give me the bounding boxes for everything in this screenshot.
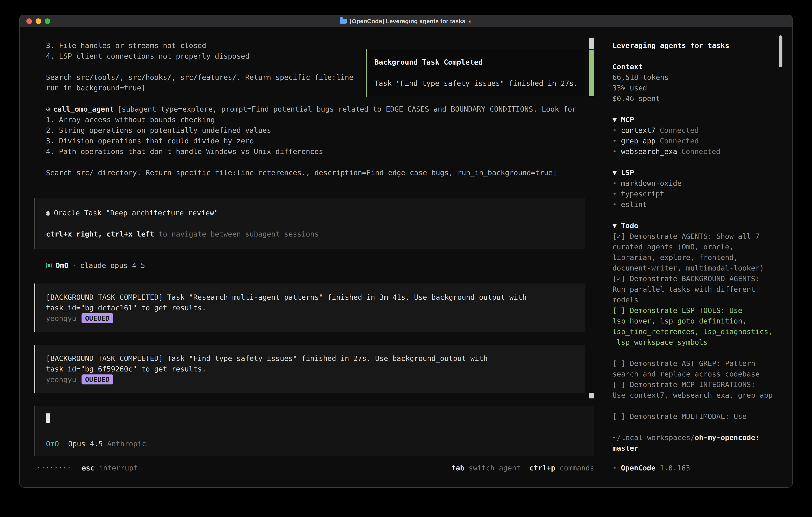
minimize-button[interactable] xyxy=(35,19,41,24)
separator-dot: · xyxy=(72,261,77,270)
context-tokens: 66,518 tokens xyxy=(612,72,792,83)
target-icon: ◉ xyxy=(46,209,50,217)
bullet-icon: • xyxy=(612,190,617,198)
ctrlp-key: ctrl+p xyxy=(529,463,555,473)
agent-header: OmO·claude-opus-4-5 xyxy=(46,260,605,271)
message-author: yeongyu xyxy=(46,314,76,323)
log-line: Search src/ directory. Return specific f… xyxy=(20,167,605,178)
input-agent-name: OmO xyxy=(46,440,59,448)
zoom-button[interactable] xyxy=(45,19,50,24)
oracle-task-title: ◉Oracle Task "Deep architecture review" xyxy=(46,208,581,218)
sidebar: Leveraging agents for tasks Context 66,5… xyxy=(605,27,792,487)
queued-badge: QUEUED xyxy=(82,313,113,323)
mcp-item: •context7Connected xyxy=(612,125,792,136)
bullet-icon: • xyxy=(612,147,617,156)
spinner-dots: ········ xyxy=(36,463,71,473)
bullet-icon: • xyxy=(612,126,617,134)
commands-label: commands xyxy=(560,463,594,473)
message-footer: yeongyuQUEUED xyxy=(46,374,581,385)
model-row: OmOOpus 4.5Anthropic xyxy=(46,438,590,449)
bullet-icon: • xyxy=(612,200,617,209)
workspace-path: ~/local-workspaces/oh-my-opencode: xyxy=(612,432,792,443)
main-scrollbar-highlight xyxy=(589,50,594,97)
spacer xyxy=(46,218,581,229)
message-footer: yeongyuQUEUED xyxy=(46,313,581,324)
input-model-name: Opus 4.5 xyxy=(68,440,103,448)
spacer xyxy=(612,401,792,411)
tool-name: call_omo_agent xyxy=(53,105,114,113)
sidebar-scrollbar-thumb[interactable] xyxy=(779,35,782,67)
context-used: 33% used xyxy=(612,83,792,93)
bullet-icon: • xyxy=(612,179,617,187)
spacer xyxy=(612,210,792,220)
gear-icon: ⚙ xyxy=(46,105,50,113)
todo-item-active: [ ] Demonstrate LSP TOOLS: Use lsp_hover… xyxy=(612,305,776,348)
spacer xyxy=(20,157,605,167)
message-author: yeongyu xyxy=(46,376,76,384)
spacer xyxy=(612,421,792,432)
mcp-section-heading[interactable]: ▼ MCP xyxy=(612,114,792,125)
log-line: 4. Path operations that don't handle Win… xyxy=(20,146,605,157)
mcp-item: •grep_appConnected xyxy=(612,136,792,146)
text-cursor xyxy=(46,413,50,423)
shortcut-hint: ctrl+x right, ctrl+x left to navigate be… xyxy=(46,229,581,239)
main-scrollbar-thumb[interactable] xyxy=(589,393,594,399)
notification-body: Task "Find type safety issues" finished … xyxy=(374,78,581,88)
todo-item-done: [✓] Demonstrate BACKGROUND AGENTS: Run p… xyxy=(612,273,776,305)
agent-name: OmO xyxy=(56,261,68,270)
lsp-item: •typescript xyxy=(612,189,792,199)
shortcut-keys: ctrl+x right, ctrl+x left xyxy=(46,230,154,238)
tool-call-line: ⚙call_omo_agent[subagent_type=explore, p… xyxy=(20,104,605,114)
app-name: OpenCode xyxy=(621,464,656,472)
content-area: 3. File handles or streams not closed 4.… xyxy=(20,27,792,487)
bullet-icon: • xyxy=(612,464,617,472)
todo-section-heading[interactable]: ▼ Todo xyxy=(612,220,792,231)
spacer xyxy=(612,51,792,61)
todo-item-pending: [ ] Demonstrate MULTIMODAL: Use xyxy=(612,411,776,421)
tab-key: tab xyxy=(452,463,464,473)
window-title: [OpenCode] Leveraging agents for tasks xyxy=(350,18,465,25)
spacer xyxy=(612,348,792,358)
prompt-input[interactable]: OmOOpus 4.5Anthropic xyxy=(34,406,594,456)
status-bar: ········ esc interrupt tab switch agent … xyxy=(20,463,605,473)
lsp-item: •markdown-oxide xyxy=(612,178,792,189)
app-version: 1.0.163 xyxy=(660,464,690,472)
sidebar-footer: •OpenCode1.0.163 xyxy=(612,463,792,473)
half-circle-icon: ◐ xyxy=(468,18,472,25)
agent-checkbox-icon xyxy=(46,263,52,268)
context-heading: Context xyxy=(612,61,792,72)
message-line: task_id="bg_6f59260c" to get results. xyxy=(46,364,581,374)
status-shortcuts: tab switch agent ctrl+p commands xyxy=(452,463,594,473)
notification-toast: Background Task Completed Task "Find typ… xyxy=(366,49,585,97)
switch-agent-label: switch agent xyxy=(468,463,521,473)
message-card: [BACKGROUND TASK COMPLETED] Task "Find t… xyxy=(34,345,585,393)
message-line: task_id="bg_dcfac161" to get results. xyxy=(46,302,581,313)
context-spent: $0.46 spent xyxy=(612,93,792,104)
oracle-task-panel: ◉Oracle Task "Deep architecture review" … xyxy=(34,198,585,249)
cursor-row xyxy=(46,413,590,424)
todo-item-pending: [ ] Demonstrate MCP INTEGRATIONS: Use co… xyxy=(612,379,776,401)
interrupt-label: interrupt xyxy=(99,463,138,473)
agent-model: claude-opus-4-5 xyxy=(80,261,145,270)
shortcut-description: to navigate between subagent sessions xyxy=(154,230,319,238)
close-button[interactable] xyxy=(26,19,32,24)
todo-item-pending: [ ] Demonstrate AST-GREP: Pattern search… xyxy=(612,358,776,379)
spacer xyxy=(612,104,792,114)
main-pane: 3. File handles or streams not closed 4.… xyxy=(20,27,605,487)
lsp-section-heading[interactable]: ▼ LSP xyxy=(612,167,792,178)
app-window: [OpenCode] Leveraging agents for tasks ◐… xyxy=(19,15,793,488)
session-title: Leveraging agents for tasks xyxy=(612,40,792,51)
notification-title: Background Task Completed xyxy=(374,57,581,67)
queued-badge: QUEUED xyxy=(82,375,113,384)
window-title-group: [OpenCode] Leveraging agents for tasks ◐ xyxy=(340,18,472,25)
mcp-item: •websearch_exaConnected xyxy=(612,146,792,157)
main-scrollbar-thumb[interactable] xyxy=(589,38,594,49)
folder-icon xyxy=(340,19,347,24)
input-provider: Anthropic xyxy=(107,440,146,448)
titlebar: [OpenCode] Leveraging agents for tasks ◐ xyxy=(20,15,792,27)
log-line: 1. Array access without bounds checking xyxy=(20,114,605,125)
spacer xyxy=(612,157,792,167)
spacer xyxy=(374,67,581,78)
message-line: [BACKGROUND TASK COMPLETED] Task "Resear… xyxy=(46,292,581,302)
log-line: 3. Division operations that could divide… xyxy=(20,136,605,146)
